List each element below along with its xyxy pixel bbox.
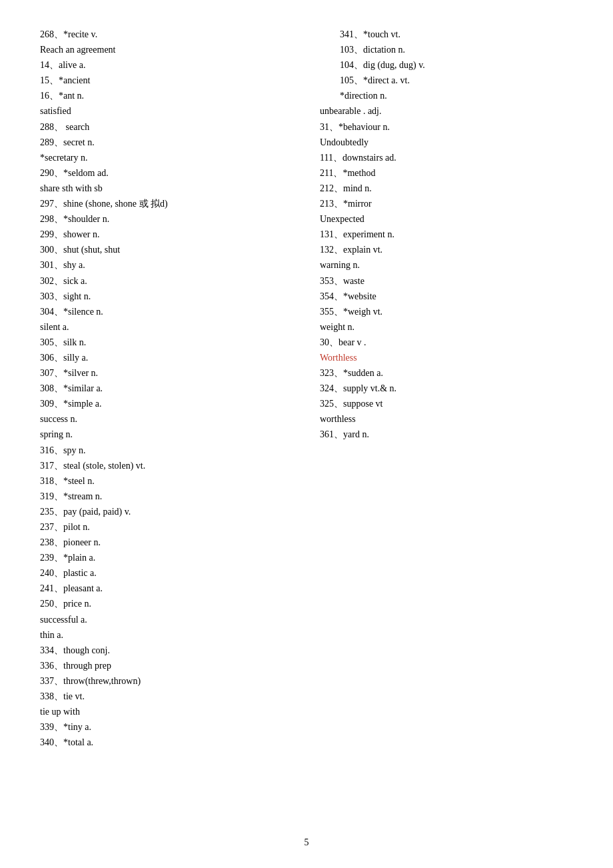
list-item: 239、*plain a. <box>40 550 293 565</box>
right-column: 341、*touch vt.103、dictation n.104、dig (d… <box>306 27 573 750</box>
list-item: 316、spy n. <box>40 443 293 458</box>
list-item: 31、*behaviour n. <box>320 119 573 135</box>
list-item: 341、*touch vt. <box>320 27 573 42</box>
list-item: Undoubtedly <box>320 135 573 150</box>
list-item: 301、shy a. <box>40 257 293 273</box>
list-item: 302、sick a. <box>40 273 293 289</box>
list-item: 237、pilot n. <box>40 519 293 535</box>
list-item: 103、dictation n. <box>320 42 573 57</box>
list-item: 319、*stream n. <box>40 489 293 504</box>
list-item: warning n. <box>320 257 573 273</box>
list-item: 317、steal (stole, stolen) vt. <box>40 458 293 473</box>
left-column: 268、*recite v.Reach an agreement14、alive… <box>40 27 306 750</box>
list-item: 132、explain vt. <box>320 242 573 257</box>
list-item: 238、pioneer n. <box>40 535 293 550</box>
list-item: satisfied <box>40 103 293 119</box>
list-item: success n. <box>40 411 293 427</box>
list-item: Unexpected <box>320 211 573 227</box>
list-item: 325、suppose vt <box>320 396 573 411</box>
list-item: 336、through prep <box>40 658 293 673</box>
list-item: tie up with <box>40 704 293 719</box>
list-item: worthless <box>320 411 573 427</box>
list-item: Worthless <box>320 350 573 365</box>
list-item: *direction n. <box>320 88 573 103</box>
list-item: 241、pleasant a. <box>40 581 293 596</box>
list-item: 288、 search <box>40 119 293 135</box>
list-item: thin a. <box>40 627 293 643</box>
list-item: 339、*tiny a. <box>40 719 293 735</box>
list-item: 306、silly a. <box>40 350 293 365</box>
list-item: 111、downstairs ad. <box>320 150 573 165</box>
list-item: silent a. <box>40 319 293 335</box>
list-item: 300、shut (shut, shut <box>40 242 293 257</box>
list-item: 353、waste <box>320 273 573 289</box>
list-item: 355、*weigh vt. <box>320 304 573 319</box>
list-item: 15、*ancient <box>40 73 293 88</box>
list-item: 105、*direct a. vt. <box>320 73 573 88</box>
list-item: 305、silk n. <box>40 335 293 350</box>
list-item: 318、*steel n. <box>40 473 293 489</box>
list-item: 268、*recite v. <box>40 27 293 42</box>
list-item: 307、*silver n. <box>40 365 293 381</box>
list-item: 104、dig (dug, dug) v. <box>320 57 573 73</box>
list-item: 290、*seldom ad. <box>40 165 293 181</box>
list-item: 250、price n. <box>40 596 293 611</box>
list-item: 334、though conj. <box>40 643 293 658</box>
list-item: Reach an agreement <box>40 42 293 57</box>
list-item: 30、bear v . <box>320 335 573 350</box>
list-item: share sth with sb <box>40 181 293 196</box>
list-item: 240、plastic a. <box>40 565 293 581</box>
list-item: weight n. <box>320 319 573 335</box>
list-item: 298、*shoulder n. <box>40 211 293 227</box>
list-item: 235、pay (paid, paid) v. <box>40 504 293 519</box>
list-item: 131、experiment n. <box>320 227 573 242</box>
list-item: 340、*total a. <box>40 735 293 750</box>
list-item: 14、alive a. <box>40 57 293 73</box>
list-item: 361、yard n. <box>320 427 573 442</box>
list-item: unbearable . adj. <box>320 103 573 119</box>
list-item: 303、sight n. <box>40 289 293 304</box>
list-item: 323、*sudden a. <box>320 365 573 381</box>
list-item: 289、secret n. <box>40 135 293 150</box>
list-item: 309、*simple a. <box>40 396 293 411</box>
list-item: 304、*silence n. <box>40 304 293 319</box>
page-number: 5 <box>305 837 309 848</box>
list-item: 308、*similar a. <box>40 381 293 396</box>
list-item: spring n. <box>40 427 293 442</box>
list-item: 212、mind n. <box>320 181 573 196</box>
list-item: 16、*ant n. <box>40 88 293 103</box>
list-item: *secretary n. <box>40 150 293 165</box>
list-item: 211、*method <box>320 165 573 181</box>
list-item: successful a. <box>40 612 293 627</box>
list-item: 354、*website <box>320 289 573 304</box>
list-item: 338、tie vt. <box>40 689 293 704</box>
list-item: 213、*mirror <box>320 196 573 211</box>
list-item: 297、shine (shone, shone 或 拟d) <box>40 196 293 211</box>
list-item: 299、shower n. <box>40 227 293 242</box>
list-item: 337、throw(threw,thrown) <box>40 673 293 689</box>
list-item: 324、supply vt.& n. <box>320 381 573 396</box>
